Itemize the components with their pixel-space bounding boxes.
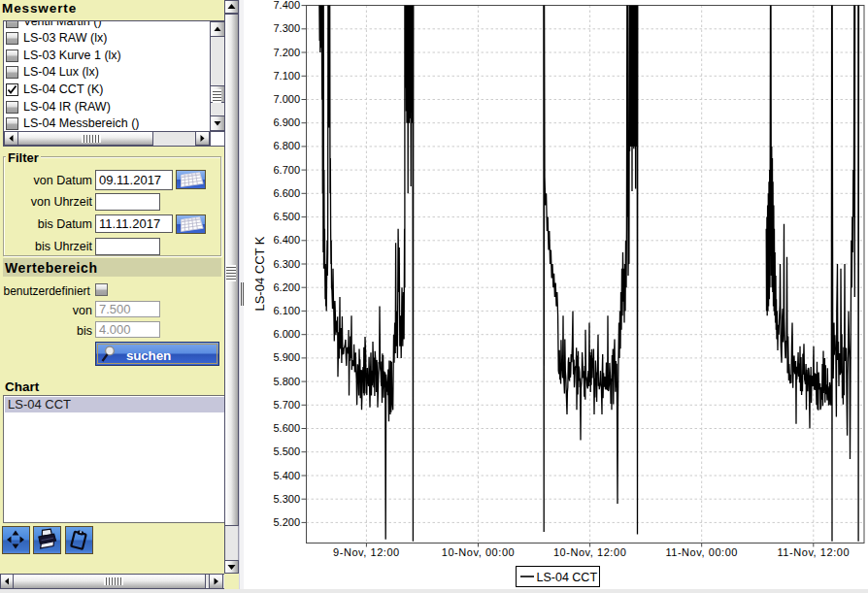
- svg-text:LS-04 CCT K: LS-04 CCT K: [252, 236, 267, 311]
- svg-text:6.900: 6.900: [273, 116, 300, 128]
- svg-text:7.000: 7.000: [273, 93, 300, 105]
- svg-text:7.400: 7.400: [273, 0, 300, 11]
- svg-text:6.800: 6.800: [273, 140, 300, 151]
- svg-text:7.300: 7.300: [273, 22, 300, 34]
- svg-text:5.200: 5.200: [273, 516, 300, 528]
- svg-text:5.800: 5.800: [273, 376, 300, 387]
- svg-text:11-Nov, 12:00: 11-Nov, 12:00: [777, 546, 850, 558]
- svg-text:5.600: 5.600: [273, 422, 300, 434]
- svg-text:LS-04 CCT: LS-04 CCT: [537, 571, 598, 584]
- svg-text:9-Nov, 12:00: 9-Nov, 12:00: [333, 546, 400, 558]
- svg-text:5.700: 5.700: [273, 399, 300, 411]
- svg-text:6.400: 6.400: [273, 234, 300, 246]
- svg-text:6.600: 6.600: [273, 187, 300, 199]
- svg-text:6.100: 6.100: [273, 305, 300, 316]
- svg-text:7.200: 7.200: [273, 47, 300, 58]
- svg-text:10-Nov, 12:00: 10-Nov, 12:00: [553, 546, 626, 558]
- svg-text:5.500: 5.500: [273, 445, 300, 457]
- svg-text:5.300: 5.300: [273, 493, 300, 505]
- svg-text:7.100: 7.100: [273, 70, 300, 82]
- svg-text:10-Nov, 00:00: 10-Nov, 00:00: [442, 546, 515, 558]
- svg-text:5.900: 5.900: [273, 351, 300, 363]
- svg-text:11-Nov, 00:00: 11-Nov, 00:00: [665, 546, 738, 558]
- svg-text:6.200: 6.200: [273, 281, 300, 293]
- svg-text:5.400: 5.400: [273, 470, 300, 481]
- svg-text:suchen: suchen: [126, 348, 171, 363]
- svg-text:6.500: 6.500: [273, 211, 300, 222]
- svg-text:6.700: 6.700: [273, 164, 300, 176]
- svg-text:6.000: 6.000: [273, 328, 300, 340]
- svg-text:6.300: 6.300: [273, 258, 300, 270]
